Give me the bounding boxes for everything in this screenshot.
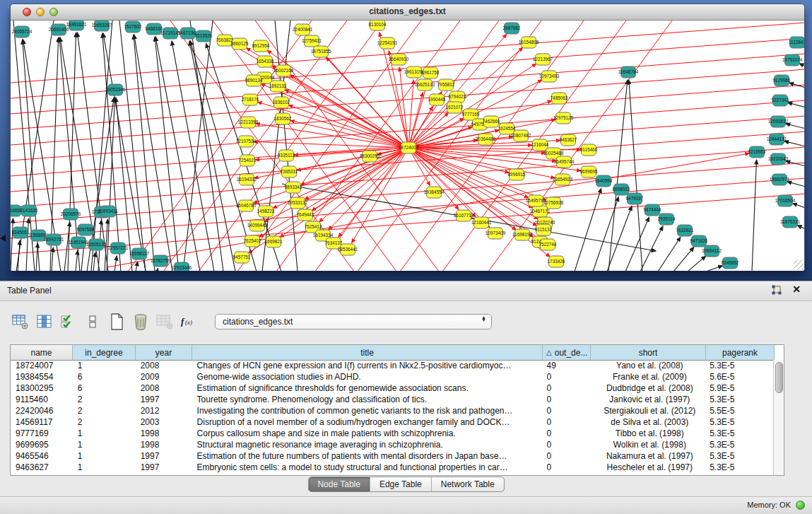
network-node[interactable]: 19533132 bbox=[288, 197, 308, 209]
network-node[interactable]: 11675331 bbox=[780, 216, 800, 228]
network-node[interactable]: 7365331 bbox=[281, 166, 298, 177]
network-node[interactable]: 9227343 bbox=[772, 95, 789, 106]
network-node[interactable]: 7485063 bbox=[551, 93, 568, 104]
network-node[interactable]: 29053346 bbox=[105, 84, 126, 95]
network-node[interactable]: 1498223 bbox=[257, 206, 275, 217]
network-node[interactable]: 10973409 bbox=[486, 228, 506, 239]
network-node[interactable]: 9893342 bbox=[285, 182, 302, 193]
network-edge[interactable] bbox=[658, 237, 681, 271]
network-node[interactable]: 12160441 bbox=[471, 217, 492, 228]
network-node[interactable]: 9474444 bbox=[644, 204, 661, 216]
network-edge[interactable] bbox=[11, 147, 804, 207]
network-node[interactable]: 9463627 bbox=[560, 134, 577, 146]
network-node[interactable]: 10807487 bbox=[511, 130, 531, 141]
network-node[interactable]: 18942751 bbox=[44, 234, 64, 245]
network-node[interactable]: 9457751 bbox=[233, 252, 251, 263]
network-node[interactable]: 1654338 bbox=[257, 56, 274, 67]
column-header-name[interactable]: name bbox=[11, 345, 73, 360]
network-node[interactable]: 16958117 bbox=[129, 248, 149, 259]
network-node[interactable]: 1112841 bbox=[789, 37, 804, 48]
network-node[interactable]: 16002166 bbox=[273, 65, 294, 76]
close-panel-icon[interactable]: ✕ bbox=[792, 284, 801, 295]
network-node[interactable]: 7625402 bbox=[244, 235, 261, 247]
network-edge[interactable] bbox=[752, 160, 757, 271]
network-edge[interactable] bbox=[157, 268, 158, 271]
function-builder-icon[interactable]: f(x) bbox=[180, 313, 198, 331]
network-node[interactable]: 8471626 bbox=[690, 235, 708, 247]
network-edge[interactable] bbox=[797, 226, 804, 229]
network-node[interactable]: 16154808 bbox=[519, 37, 539, 48]
network-node[interactable]: 9245652 bbox=[722, 257, 739, 269]
network-node[interactable]: 12254191 bbox=[377, 37, 398, 49]
network-node[interactable]: 13505135 bbox=[86, 239, 107, 250]
network-edge[interactable] bbox=[784, 141, 804, 146]
network-node[interactable]: 8215953 bbox=[748, 146, 766, 158]
network-node[interactable]: 16625133 bbox=[415, 79, 435, 90]
network-node[interactable]: 1621072 bbox=[446, 102, 464, 113]
network-node[interactable]: 18491621 bbox=[66, 21, 87, 30]
tab-network-table[interactable]: Network Table bbox=[432, 477, 504, 491]
network-edge[interactable] bbox=[76, 250, 78, 271]
network-node[interactable]: 7522744 bbox=[539, 239, 557, 250]
network-node[interactable]: 12213398 bbox=[238, 117, 259, 128]
network-node[interactable]: 13654923 bbox=[553, 174, 573, 185]
network-node[interactable]: 1836102 bbox=[273, 97, 290, 108]
network-node[interactable]: 16495744 bbox=[554, 156, 575, 168]
network-node[interactable]: 10653287 bbox=[92, 21, 112, 31]
network-edge[interactable] bbox=[136, 262, 138, 271]
network-node[interactable]: 20993411 bbox=[98, 206, 118, 217]
column-header-short[interactable]: short bbox=[591, 345, 706, 360]
network-edge[interactable] bbox=[787, 182, 804, 187]
row-tools-icon[interactable] bbox=[83, 313, 102, 331]
network-window[interactable]: citations_edges.txt 76638229860125891295… bbox=[10, 4, 805, 270]
network-edge[interactable] bbox=[26, 218, 28, 271]
network-node[interactable]: 7955812 bbox=[437, 79, 455, 90]
network-node[interactable]: 10467171 bbox=[530, 206, 551, 217]
network-edge[interactable] bbox=[593, 197, 618, 271]
network-node[interactable]: 12923446 bbox=[172, 262, 192, 271]
network-node[interactable]: 18724007 bbox=[399, 142, 419, 153]
network-node[interactable]: 7632621 bbox=[676, 225, 694, 236]
network-node[interactable]: 6961758 bbox=[422, 67, 440, 78]
network-node[interactable]: 1733426 bbox=[548, 256, 565, 267]
network-node[interactable]: 7649441 bbox=[297, 209, 314, 221]
network-node[interactable]: 10973493 bbox=[539, 71, 560, 82]
network-edge[interactable] bbox=[59, 37, 80, 271]
network-node[interactable]: 7254021 bbox=[239, 155, 257, 166]
network-edge[interactable] bbox=[625, 217, 649, 271]
table-select[interactable]: citations_edges.txt▲▼ bbox=[215, 314, 492, 329]
column-header-pagerank[interactable]: pagerank bbox=[706, 345, 775, 360]
network-node[interactable]: 20206576 bbox=[61, 209, 81, 220]
network-node[interactable]: 2935114 bbox=[658, 214, 676, 225]
network-node[interactable]: 9335113 bbox=[278, 150, 295, 161]
network-node[interactable]: 9890134 bbox=[245, 75, 263, 86]
network-node[interactable]: 18536441 bbox=[338, 244, 358, 255]
column-header-in_degree[interactable]: in_degree bbox=[73, 345, 136, 360]
network-node[interactable]: 14099443 bbox=[247, 220, 268, 231]
select-all-check-icon[interactable] bbox=[59, 313, 78, 331]
table-row[interactable]: 2242004622012Investigating the contribut… bbox=[11, 405, 773, 416]
network-node[interactable]: 10654112 bbox=[702, 245, 722, 257]
column-header-year[interactable]: year bbox=[136, 345, 192, 360]
network-node[interactable]: 17957221 bbox=[108, 243, 129, 254]
new-table-file-icon[interactable] bbox=[107, 313, 126, 331]
network-node[interactable]: 7515526 bbox=[195, 30, 213, 42]
table-row[interactable]: 1938455462009Genome-wide association stu… bbox=[11, 371, 773, 382]
network-node[interactable]: 9699695 bbox=[580, 166, 598, 177]
network-node[interactable]: 22400841 bbox=[293, 24, 313, 35]
network-edge[interactable] bbox=[36, 243, 37, 271]
network-node[interactable]: 12975125 bbox=[553, 112, 574, 124]
float-panel-icon[interactable] bbox=[771, 285, 782, 296]
scrollbar-thumb[interactable] bbox=[775, 362, 783, 393]
table-row[interactable]: 969969511998Structural magnetic resonanc… bbox=[11, 439, 773, 450]
network-node[interactable]: 12093832 bbox=[768, 116, 789, 127]
network-node[interactable]: 16210643 bbox=[768, 153, 789, 165]
network-node[interactable]: 18300295 bbox=[360, 151, 380, 162]
network-node[interactable]: 9115460 bbox=[580, 144, 598, 156]
table-row[interactable]: 1872400712008Changes of HCN gene express… bbox=[11, 360, 773, 371]
network-edge[interactable] bbox=[792, 204, 804, 208]
table-row[interactable]: 911546021997Tourette syndrome. Phenomeno… bbox=[11, 394, 773, 405]
network-node[interactable]: 2687682 bbox=[503, 23, 521, 34]
network-edge[interactable] bbox=[786, 124, 804, 129]
network-node[interactable]: 9097588 bbox=[77, 224, 95, 235]
